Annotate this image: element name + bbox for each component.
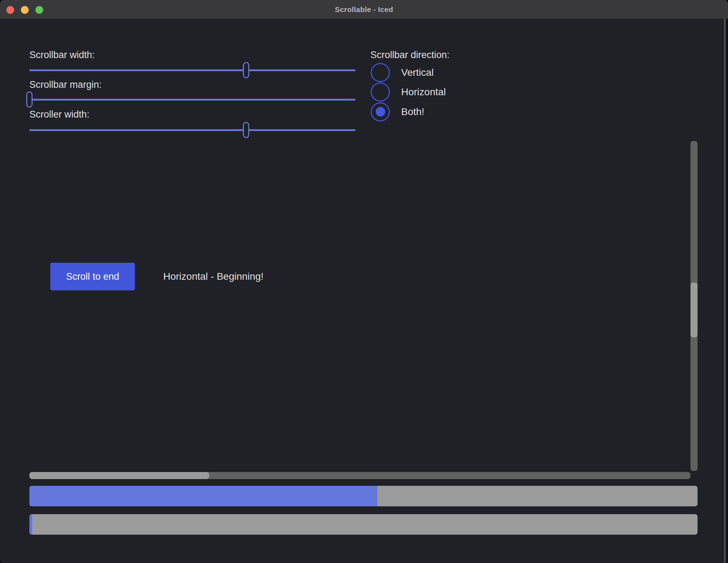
- scroller-width-label: Scroller width:: [29, 109, 90, 120]
- radio-option-horizontal[interactable]: Horizontal: [371, 82, 519, 102]
- progress-fill: [29, 486, 377, 506]
- progress-fill: [29, 514, 32, 535]
- radio-icon: [371, 63, 390, 82]
- close-button[interactable]: [6, 6, 14, 14]
- app-window: Scrollable - Iced Scrollbar width: Scrol…: [0, 0, 728, 563]
- scroll-status-text: Horizontal - Beginning!: [163, 263, 263, 290]
- slider-track[interactable]: [29, 69, 356, 71]
- slider-track[interactable]: [29, 99, 356, 101]
- vertical-scroller[interactable]: [690, 283, 698, 337]
- zoom-button[interactable]: [35, 6, 43, 14]
- slider-handle[interactable]: [243, 122, 249, 138]
- scrollbar-width-slider[interactable]: [29, 62, 356, 78]
- radio-label: Horizontal: [401, 86, 446, 98]
- window-edge: [726, 19, 728, 563]
- horizontal-scrollbar[interactable]: [29, 472, 690, 479]
- radio-label: Both!: [401, 106, 424, 118]
- slider-track[interactable]: [29, 129, 356, 131]
- horizontal-scroller[interactable]: [29, 472, 209, 479]
- radio-label: Vertical: [401, 67, 434, 78]
- scrollbar-margin-label: Scrollbar margin:: [29, 79, 102, 90]
- radio-option-both[interactable]: Both!: [371, 102, 519, 121]
- window-title: Scrollable - Iced: [335, 5, 393, 14]
- slider-handle[interactable]: [243, 62, 249, 78]
- slider-handle[interactable]: [26, 91, 33, 108]
- radio-selected-icon: [371, 102, 390, 121]
- scroller-width-slider[interactable]: [29, 122, 356, 138]
- minimize-button[interactable]: [21, 6, 29, 14]
- radio-icon: [371, 83, 390, 102]
- scrollbar-width-label: Scrollbar width:: [29, 50, 95, 61]
- vertical-scrollbar[interactable]: [690, 141, 698, 471]
- scrollbar-direction-label: Scrollbar direction:: [370, 50, 450, 61]
- scroll-to-end-button[interactable]: Scroll to end: [50, 263, 135, 290]
- scrollbar-margin-slider[interactable]: [29, 91, 356, 108]
- radio-option-vertical[interactable]: Vertical: [371, 63, 519, 82]
- vertical-progress-bar: [29, 514, 698, 535]
- horizontal-progress-bar: [29, 486, 698, 506]
- traffic-lights: [6, 6, 43, 14]
- titlebar: Scrollable - Iced: [0, 0, 728, 19]
